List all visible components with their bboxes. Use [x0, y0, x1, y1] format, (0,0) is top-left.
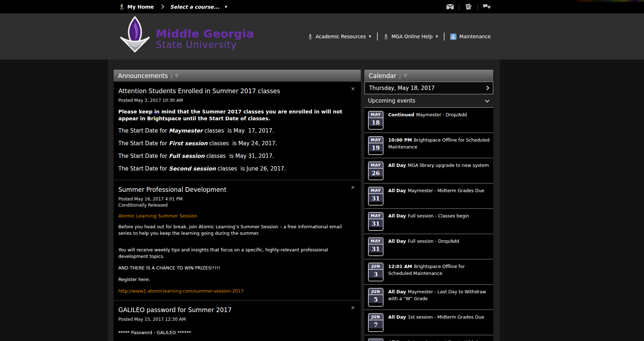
announcement-body-bold: Please keep in mind that the Summer 2017…	[118, 108, 345, 122]
announcement-paragraph: Register here:	[118, 276, 345, 283]
announcement-item: ✕ Attention Students Enrolled in Summer …	[114, 82, 361, 180]
close-icon[interactable]: ✕	[351, 86, 355, 92]
announcement-posted: Posted May 3, 2017 10:30 AM	[118, 98, 345, 103]
announcement-posted: Posted May 15, 2017 12:30 AM	[118, 317, 345, 322]
nav-separator	[444, 33, 444, 40]
date-badge: MAY18	[368, 111, 384, 130]
mga-online-help-label: MGA Online Help	[391, 34, 433, 39]
calendar-event[interactable]: MAY31 All DayFull session - Drop/Add	[364, 234, 493, 259]
event-text: All DayFull session - Classes begin	[388, 212, 490, 231]
announcements-widget: Announcements | ▽ ✕ Attention Students E…	[114, 70, 361, 341]
announcements-header: Announcements | ▽	[114, 70, 361, 82]
password-line: ***** Password - GALILEO ******	[118, 330, 345, 335]
nav-separator	[377, 33, 378, 40]
upcoming-events-toggle[interactable]: Upcoming events	[364, 94, 493, 107]
calendar-event-list: MAY18 ContinuedMaymester - Drop/Add MAY1…	[364, 107, 493, 341]
maintenance-label: Maintenance	[459, 34, 491, 39]
maintenance-link[interactable]: Maintenance	[450, 34, 491, 40]
course-selector-dropdown[interactable]: Select a course... ▼	[170, 4, 227, 10]
event-text: All DayMaymester - Midterm Grades Due	[388, 187, 490, 206]
start-date-line: The Start Date for Full session classes …	[118, 153, 345, 159]
logo-subtitle: State University	[156, 40, 254, 50]
start-date-line: The Start Date for Second session classe…	[118, 165, 345, 172]
calendar-event[interactable]: MAY19 10:00 PMBrightspace Offline for Sc…	[364, 133, 493, 158]
calendar-menu-caret-icon[interactable]: ▽	[404, 73, 407, 78]
date-badge: MAY19	[368, 136, 384, 155]
update-alerts-icon[interactable]	[464, 3, 472, 10]
my-home-link[interactable]: My Home	[119, 4, 154, 10]
date-badge: JUN12	[368, 338, 384, 341]
announcement-release-note: Conditionally Released	[118, 203, 345, 208]
announcement-title: Attention Students Enrolled in Summer 20…	[118, 87, 345, 95]
calendar-event[interactable]: JUN12 All Day1st session - Last Day to W…	[364, 335, 493, 341]
calendar-event[interactable]: JUN5 All DayMaymester - Last Day to With…	[364, 285, 493, 310]
registration-url-link[interactable]: http://www2.atomiclearning.com/summer-se…	[118, 288, 345, 294]
atomic-learning-link[interactable]: Atomic Learning Summer Session	[118, 213, 345, 219]
announcements-list: ✕ Attention Students Enrolled in Summer …	[114, 82, 361, 341]
chevron-down-icon: ▼	[435, 35, 438, 38]
event-text: All DayMGA library upgrade to new system	[388, 161, 490, 180]
mga-torch-icon	[118, 16, 152, 57]
icon-separator	[459, 4, 459, 10]
date-badge: JUN3	[368, 263, 384, 281]
message-alerts-icon[interactable]	[446, 3, 454, 10]
event-text: All DayMaymester - Last Day to Withdraw …	[388, 288, 490, 307]
logo-title: Middle Georgia	[156, 28, 254, 40]
calendar-title: Calendar	[369, 72, 396, 79]
announcements-menu-caret-icon[interactable]: ▽	[175, 73, 178, 78]
academic-resources-dropdown[interactable]: Academic Resources ▼	[308, 34, 371, 40]
calendar-event[interactable]: MAY31 All DayMaymester - Midterm Grades …	[364, 184, 493, 209]
mga-online-help-dropdown[interactable]: MGA Online Help ▼	[384, 34, 438, 40]
calendar-event[interactable]: MAY26 All DayMGA library upgrade to new …	[364, 158, 493, 184]
announcement-title: Summer Professional Development	[118, 186, 345, 193]
chevron-down-icon: ▼	[369, 35, 371, 38]
chevron-down-icon: ▼	[224, 5, 227, 9]
announcement-paragraph: You will receive weekly tips and insight…	[118, 247, 345, 260]
content-wrapper: Announcements | ▽ ✕ Attention Students E…	[108, 60, 500, 341]
announcement-paragraph: Before you head out for break, join Atom…	[118, 224, 345, 237]
calendar-event[interactable]: MAY31 All DayFull session - Classes begi…	[364, 209, 493, 234]
chat-alerts-icon[interactable]	[483, 3, 491, 10]
close-icon[interactable]: ✕	[351, 305, 355, 311]
calendar-event[interactable]: MAY18 ContinuedMaymester - Drop/Add	[364, 108, 493, 133]
header-separator: |	[171, 73, 172, 79]
start-date-line: The Start Date for First session classes…	[118, 140, 345, 147]
start-date-line: The Start Date for Maymester classes is …	[118, 128, 345, 134]
event-text: 10:00 PMBrightspace Offline for Schedule…	[388, 136, 490, 155]
event-text: All Day1st session - Midterm Grades Due	[388, 313, 490, 332]
date-badge: JUN5	[368, 288, 384, 307]
banner-nav: Academic Resources ▼ MGA Online Help ▼	[308, 13, 491, 60]
calendar-current-date: Thursday, May 18, 2017	[369, 85, 485, 91]
event-text: ContinuedMaymester - Drop/Add	[388, 111, 490, 130]
announcement-title: GALILEO password for Summer 2017	[118, 306, 345, 314]
icon-separator	[477, 4, 478, 10]
event-text: 12:01 AMBrightspace Offline for Schedule…	[388, 263, 490, 281]
date-badge: MAY31	[368, 237, 384, 256]
calendar-header: Calendar | ▽	[364, 70, 493, 82]
calendar-event[interactable]: JUN3 12:01 AMBrightspace Offline for Sch…	[364, 259, 493, 285]
banner: Middle Georgia State University Academic…	[0, 13, 644, 60]
announcement-paragraph: AND THERE IS A CHANCE TO WIN PRIZES!!!!!	[118, 265, 345, 271]
my-home-label: My Home	[127, 4, 154, 10]
calendar-widget: Calendar | ▽ Thursday, May 18, 2017 Upco…	[364, 70, 493, 341]
announcements-title: Announcements	[118, 72, 168, 79]
course-selector-label: Select a course...	[170, 4, 219, 10]
upcoming-events-label: Upcoming events	[368, 98, 486, 104]
header-separator: |	[399, 73, 401, 79]
date-badge: MAY26	[368, 161, 384, 180]
torch-icon	[384, 34, 389, 40]
announcement-item: ✕ Summer Professional Development Posted…	[114, 180, 361, 300]
top-minibar: My Home Select a course... ▼	[0, 0, 644, 13]
announcement-item: ✕ GALILEO password for Summer 2017 Poste…	[114, 300, 361, 341]
chevron-right-icon	[485, 86, 489, 90]
event-text: All Day1st session - Last Day to Withdra…	[388, 338, 490, 341]
academic-resources-label: Academic Resources	[316, 34, 366, 39]
breadcrumb-chevron-icon	[159, 4, 164, 9]
torch-icon	[308, 34, 313, 40]
calendar-event[interactable]: JUN7 All Day1st session - Midterm Grades…	[364, 310, 493, 335]
chevron-down-icon	[485, 98, 490, 103]
maintenance-bank-icon	[450, 34, 456, 40]
mga-logo[interactable]: Middle Georgia State University	[118, 16, 254, 57]
calendar-date-bar[interactable]: Thursday, May 18, 2017	[364, 82, 493, 94]
close-icon[interactable]: ✕	[351, 185, 355, 190]
